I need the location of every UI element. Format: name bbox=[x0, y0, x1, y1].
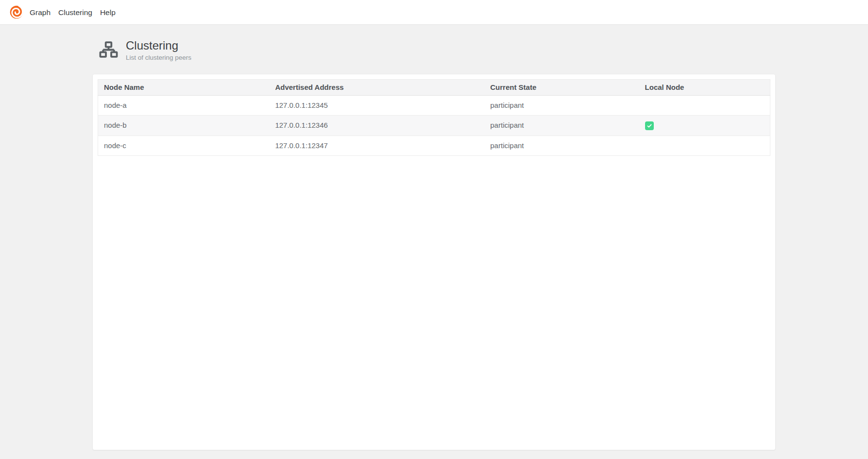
cell-local-node bbox=[639, 115, 770, 136]
clustering-network-icon bbox=[99, 40, 119, 60]
column-header-local-node: Local Node bbox=[639, 79, 770, 95]
top-navbar: Graph Clustering Help bbox=[0, 0, 868, 25]
cell-node-name: node-b bbox=[98, 115, 270, 136]
page-header-text: Clustering List of clustering peers bbox=[126, 39, 191, 61]
cell-local-node bbox=[639, 136, 770, 155]
cell-node-name: node-c bbox=[98, 136, 270, 155]
peers-table-body: node-a127.0.0.1:12345participantnode-b12… bbox=[98, 95, 770, 155]
cell-advertised-address: 127.0.0.1:12346 bbox=[269, 115, 484, 136]
cell-node-name: node-a bbox=[98, 95, 270, 115]
peers-card: Node Name Advertised Address Current Sta… bbox=[92, 74, 776, 450]
nav-item-clustering[interactable]: Clustering bbox=[54, 0, 96, 25]
app-logo-icon bbox=[9, 5, 24, 19]
main-content: Clustering List of clustering peers Node… bbox=[92, 39, 776, 450]
page-subtitle: List of clustering peers bbox=[126, 54, 191, 61]
peers-table: Node Name Advertised Address Current Sta… bbox=[98, 79, 770, 156]
nav-item-help[interactable]: Help bbox=[96, 0, 119, 25]
column-header-advertised-address: Advertised Address bbox=[269, 79, 484, 95]
table-row: node-c127.0.0.1:12347participant bbox=[98, 136, 770, 155]
table-row: node-b127.0.0.1:12346participant bbox=[98, 115, 770, 136]
page-title: Clustering bbox=[126, 39, 191, 52]
page-header: Clustering List of clustering peers bbox=[99, 39, 776, 61]
column-header-node-name: Node Name bbox=[98, 79, 270, 95]
table-row: node-a127.0.0.1:12345participant bbox=[98, 95, 770, 115]
peers-table-head: Node Name Advertised Address Current Sta… bbox=[98, 79, 770, 95]
cell-local-node bbox=[639, 95, 770, 115]
local-node-checkbox[interactable] bbox=[645, 121, 654, 130]
cell-current-state: participant bbox=[484, 95, 639, 115]
checkmark-icon bbox=[647, 123, 652, 129]
table-header-row: Node Name Advertised Address Current Sta… bbox=[98, 79, 770, 95]
cell-advertised-address: 127.0.0.1:12345 bbox=[269, 95, 484, 115]
cell-current-state: participant bbox=[484, 115, 639, 136]
cell-advertised-address: 127.0.0.1:12347 bbox=[269, 136, 484, 155]
cell-current-state: participant bbox=[484, 136, 639, 155]
nav-item-graph[interactable]: Graph bbox=[26, 0, 54, 25]
column-header-current-state: Current State bbox=[484, 79, 639, 95]
